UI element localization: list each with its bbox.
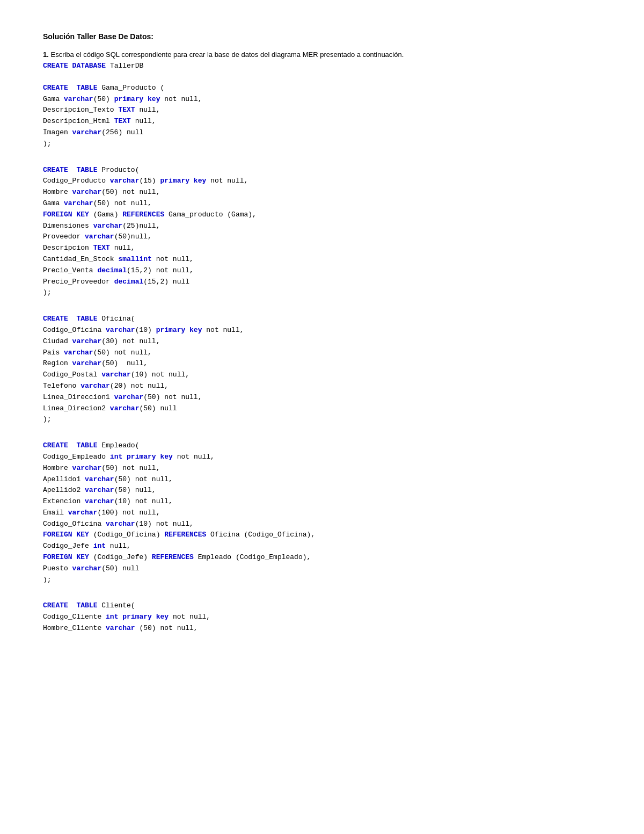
sql-text: Empleado (Codigo_Empleado), (194, 553, 311, 561)
sql-keyword: varchar (72, 337, 102, 345)
code-line: CREATE TABLE Gama_Producto ( (43, 83, 601, 94)
sql-keyword: TABLE (76, 601, 97, 610)
sql-text: ); (43, 576, 52, 584)
intro-paragraph: 1. Escriba el código SQL correspondiente… (43, 50, 601, 59)
sql-keyword: REFERENCES (164, 531, 206, 539)
sql-text: Codigo_Oficina (43, 326, 106, 334)
sql-text: (15,2) not null, (127, 266, 194, 274)
page-title: Solución Taller Base De Datos: (43, 32, 601, 41)
sql-text: (50) not null, (143, 393, 202, 401)
sql-keyword: CREATE (43, 84, 68, 92)
sql-text: Gama_producto (Gama), (164, 211, 257, 219)
sql-keyword: varchar (85, 497, 114, 505)
intro-text: Escriba el código SQL correspondiente pa… (49, 50, 404, 59)
code-line: Codigo_Empleado int primary key not null… (43, 452, 601, 463)
sql-keyword: FOREIGN KEY (43, 211, 89, 219)
code-line: Ciudad varchar(30) not null, (43, 336, 601, 347)
sql-text: (50)null, (114, 233, 152, 241)
sql-keyword: primary key (156, 326, 202, 334)
sql-text: (50) null, (101, 359, 148, 367)
sql-text: Producto( (97, 166, 139, 174)
code-line: Gama varchar(50) primary key not null, (43, 94, 601, 105)
sql-text: (100) not null, (97, 509, 160, 517)
sql-text: Codigo_Oficina (43, 520, 106, 528)
sql-keyword: decimal (97, 266, 127, 274)
code-line: Descripcion_Texto TEXT null, (43, 105, 601, 116)
sql-keyword: TEXT (114, 117, 131, 125)
sql-text: Email (43, 509, 68, 517)
code-line: Codigo_Postal varchar(10) not null, (43, 369, 601, 381)
sql-keyword: REFERENCES (122, 211, 164, 219)
sql-keyword: REFERENCES (152, 553, 194, 561)
sql-keyword: TABLE (76, 441, 97, 449)
code-line: Codigo_Oficina varchar(10) not null, (43, 519, 601, 530)
sql-keyword: varchar (106, 520, 135, 528)
sql-text: null, (131, 117, 156, 125)
sql-keyword: varchar (72, 188, 102, 196)
sql-text: (10) not null, (131, 371, 189, 379)
sql-keyword: TEXT (93, 244, 110, 252)
sql-text (122, 453, 127, 461)
sql-keyword: CREATE (43, 315, 68, 323)
page-content: Solución Taller Base De Datos: 1. Escrib… (43, 32, 601, 634)
sql-keyword: varchar (106, 624, 135, 632)
sql-keyword: varchar (72, 359, 102, 367)
sql-text: Descripcion_Html (43, 117, 114, 125)
sql-text: Linea_Direccion1 (43, 393, 114, 401)
sql-keyword: TEXT (118, 106, 135, 114)
code-line: Email varchar(100) not null, (43, 507, 601, 519)
sql-text (68, 601, 77, 610)
sql-keyword: varchar (85, 233, 114, 241)
sql-text: not null, (206, 177, 248, 185)
sql-keyword: smallint (118, 255, 151, 263)
sql-text: (15) (139, 177, 160, 185)
code-line: Gama varchar(50) not null, (43, 198, 601, 209)
code-line: Precio_Proveedor decimal(15,2) null (43, 277, 601, 288)
code-line: ); (43, 139, 601, 150)
sql-text: Imagen (43, 128, 72, 136)
sql-text: (Gama) (89, 211, 122, 219)
sql-keyword: varchar (64, 199, 93, 207)
sql-text: (10) not null, (114, 497, 173, 505)
sql-text: Hombre (43, 188, 72, 196)
sql-text (68, 166, 77, 174)
sql-text: Gama (43, 95, 64, 103)
sql-text: Empleado( (97, 441, 139, 449)
sql-keyword: primary key (127, 453, 173, 461)
code-line: Linea_Direccion1 varchar(50) not null, (43, 392, 601, 403)
sql-text: Descripcion (43, 244, 93, 252)
sql-keyword: TABLE (76, 315, 97, 323)
code-line: Descripcion TEXT null, (43, 243, 601, 254)
sql-text: Apellido1 (43, 475, 85, 483)
code-line: Codigo_Cliente int primary key not null, (43, 612, 601, 623)
sql-text: (15,2) null (143, 278, 189, 286)
sql-block-empleado: CREATE TABLE Empleado(Codigo_Empleado in… (43, 440, 601, 585)
sql-keyword: int (93, 542, 106, 550)
sql-keyword: varchar (101, 371, 131, 379)
sql-text: Codigo_Empleado (43, 453, 110, 461)
sql-text (68, 84, 77, 92)
sql-text: (25)null, (122, 222, 160, 230)
sql-text: (10) (135, 326, 156, 334)
sql-keyword: int (110, 453, 122, 461)
sql-text: not null, (160, 95, 202, 103)
sql-text: Pais (43, 349, 64, 357)
sql-text: (50) not null, (114, 475, 173, 483)
sql-text: (Codigo_Jefe) (89, 553, 152, 561)
sql-keyword: CREATE (43, 601, 68, 610)
code-line: Precio_Venta decimal(15,2) not null, (43, 265, 601, 277)
sql-text: Puesto (43, 564, 72, 572)
code-line: Apellido2 varchar(50) null, (43, 485, 601, 496)
code-line: Linea_Direcion2 varchar(50) null (43, 403, 601, 415)
sql-text: Gama (43, 199, 64, 207)
code-line: Hombre varchar(50) not null, (43, 187, 601, 198)
code-line: Dimensiones varchar(25)null, (43, 221, 601, 232)
code-container: CREATE DATABASE TallerDBCREATE TABLE Gam… (43, 61, 601, 634)
sql-text: not null, (169, 613, 210, 621)
code-line: Codigo_Jefe int null, (43, 541, 601, 552)
sql-keyword: varchar (106, 326, 135, 334)
code-line: Hombre varchar(50) not null, (43, 463, 601, 474)
sql-block-oficina: CREATE TABLE Oficina(Codigo_Oficina varc… (43, 314, 601, 425)
sql-text: not null, (202, 326, 244, 334)
sql-keyword: varchar (110, 404, 140, 412)
